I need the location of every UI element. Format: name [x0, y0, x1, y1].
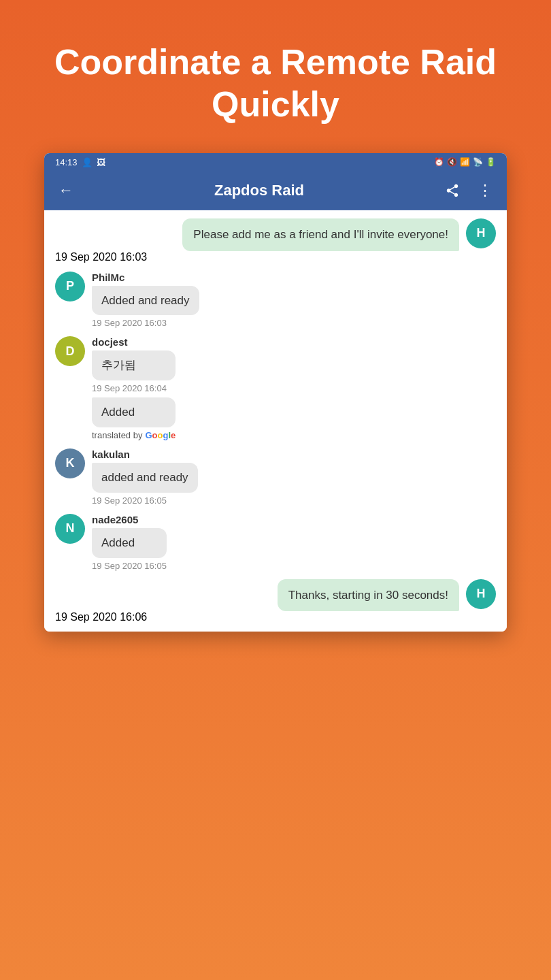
docjest-timestamp: 19 Sep 2020 16:04	[92, 383, 176, 393]
mute-icon: 🔇	[447, 157, 457, 167]
nade2605-username: nade2605	[92, 514, 167, 525]
hero-title: Coordinate a Remote Raid Quickly	[0, 0, 551, 153]
wifi-icon: 📶	[460, 157, 470, 167]
docjest-username: docjest	[92, 336, 176, 348]
alarm-icon: ⏰	[434, 157, 444, 167]
philmc-bubble: Added and ready	[92, 286, 199, 316]
nade2605-content: nade2605 Added 19 Sep 2020 16:05	[92, 514, 167, 571]
signal-icon: 📡	[473, 157, 483, 167]
translate-attribution: translated by Google	[92, 430, 176, 440]
message-incoming-docjest: D docjest 추가됨 19 Sep 2020 16:04 Added tr…	[55, 336, 496, 440]
translate-label: translated by	[92, 430, 142, 440]
philmc-username: PhilMc	[92, 272, 199, 283]
chat-area: Please add me as a friend and I'll invit…	[44, 210, 507, 632]
msg6-timestamp: 19 Sep 2020 16:06	[55, 611, 496, 623]
status-time: 14:13	[55, 157, 78, 167]
msg1-timestamp: 19 Sep 2020 16:03	[55, 251, 496, 263]
msg1-bubble: Please add me as a friend and I'll invit…	[182, 218, 459, 251]
kakulan-bubble: added and ready	[92, 463, 198, 493]
app-bar: ← Zapdos Raid ⋮	[44, 172, 507, 210]
msg6-bubble: Thanks, starting in 30 seconds!	[278, 579, 459, 612]
nade2605-timestamp: 19 Sep 2020 16:05	[92, 561, 167, 571]
kakulan-timestamp: 19 Sep 2020 16:05	[92, 495, 198, 506]
message-incoming-nade2605: N nade2605 Added 19 Sep 2020 16:05	[55, 514, 496, 571]
message-outgoing-1: Please add me as a friend and I'll invit…	[55, 218, 496, 263]
docjest-avatar: D	[55, 336, 85, 366]
app-bar-title: Zapdos Raid	[88, 182, 431, 199]
msg1-avatar: H	[466, 218, 496, 248]
kakulan-content: kakulan added and ready 19 Sep 2020 16:0…	[92, 448, 198, 506]
kakulan-username: kakulan	[92, 448, 198, 460]
message-outgoing-2: Thanks, starting in 30 seconds! H 19 Sep…	[55, 579, 496, 624]
status-right: ⏰ 🔇 📶 📡 🔋	[434, 157, 496, 167]
docjest-bubble-korean: 추가됨	[92, 350, 176, 380]
docjest-bubble-translated: Added	[92, 397, 176, 427]
philmc-timestamp: 19 Sep 2020 16:03	[92, 318, 199, 328]
phone-frame: 14:13 👤 🖼 ⏰ 🔇 📶 📡 🔋 ← Zapdos Raid ⋮ Plea…	[44, 153, 507, 632]
docjest-content: docjest 추가됨 19 Sep 2020 16:04 Added tran…	[92, 336, 176, 440]
more-options-button[interactable]: ⋮	[474, 180, 496, 201]
status-left: 14:13 👤 🖼	[55, 157, 105, 167]
philmc-avatar: P	[55, 272, 85, 301]
person-icon: 👤	[82, 157, 93, 167]
back-button[interactable]: ←	[55, 180, 77, 201]
message-incoming-philmc: P PhilMc Added and ready 19 Sep 2020 16:…	[55, 272, 496, 329]
status-bar: 14:13 👤 🖼 ⏰ 🔇 📶 📡 🔋	[44, 153, 507, 172]
battery-icon: 🔋	[486, 157, 496, 167]
share-button[interactable]	[441, 180, 463, 201]
message-incoming-kakulan: K kakulan added and ready 19 Sep 2020 16…	[55, 448, 496, 506]
nade2605-avatar: N	[55, 514, 85, 544]
google-logo: Google	[145, 430, 176, 440]
kakulan-avatar: K	[55, 448, 85, 478]
msg6-avatar: H	[466, 579, 496, 609]
nade2605-bubble: Added	[92, 528, 167, 558]
philmc-content: PhilMc Added and ready 19 Sep 2020 16:03	[92, 272, 199, 329]
image-icon: 🖼	[97, 157, 105, 167]
